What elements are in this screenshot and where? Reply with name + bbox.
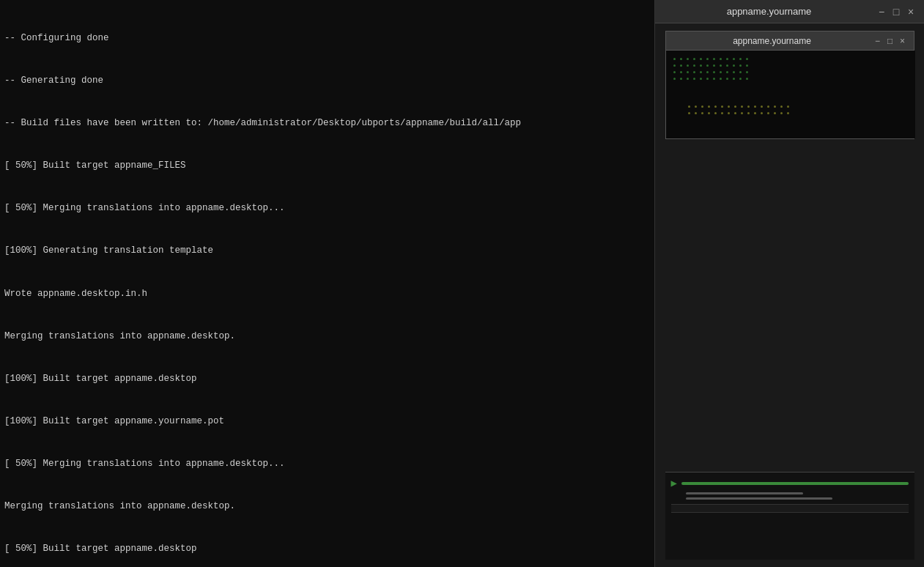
dotted-grid-bg	[666, 51, 915, 138]
progress-bar-2	[686, 492, 803, 494]
window-title: appname.yourname	[662, 6, 876, 17]
right-panel: appname.yourname − □ × appname.yourname …	[654, 0, 924, 567]
term-line: [ 50%] Built target appname_FILES	[4, 159, 650, 173]
term-line: [100%] Built target appname.desktop	[4, 372, 650, 386]
phone-screen	[666, 51, 915, 138]
term-line: [ 50%] Built target appname.desktop	[4, 542, 650, 556]
window-controls-right[interactable]: − □ ×	[876, 6, 917, 18]
mini-terminal: ▶	[665, 472, 914, 560]
progress-bar-3	[686, 497, 832, 500]
inner-window: appname.yourname − □ ×	[665, 31, 914, 139]
term-line: [100%] Generating translation template	[4, 244, 650, 258]
window-titlebar: appname.yourname − □ ×	[655, 0, 924, 23]
inner-close-button[interactable]: ×	[898, 36, 908, 46]
dots-pattern-bottom	[688, 105, 791, 116]
terminal-output: -- Configuring done -- Generating done -…	[0, 0, 654, 567]
inner-maximize-button[interactable]: □	[885, 36, 895, 46]
term-line: -- Configuring done	[4, 32, 650, 45]
mini-term-prompt-row: ▶	[671, 475, 909, 491]
minimize-button[interactable]: −	[876, 6, 887, 18]
term-line: [ 50%] Merging translations into appname…	[4, 201, 650, 215]
phone-preview-area: appname.yourname − □ ×	[655, 23, 924, 567]
term-line: -- Build files have been written to: /ho…	[4, 116, 650, 130]
term-line: Merging translations into appname.deskto…	[4, 330, 650, 344]
mini-terminal-separator	[671, 504, 909, 513]
term-line: -- Generating done	[4, 74, 650, 88]
inner-controls-right[interactable]: − □ ×	[873, 36, 908, 46]
maximize-button[interactable]: □	[890, 6, 902, 18]
term-line: [100%] Built target appname.yourname.pot	[4, 415, 650, 429]
inner-titlebar: appname.yourname − □ ×	[666, 32, 914, 51]
progress-bar-1	[681, 482, 909, 485]
inner-window-title: appname.yourname	[672, 36, 873, 46]
mini-term-bar-row-3	[686, 496, 909, 501]
terminal-panel[interactable]: -- Configuring done -- Generating done -…	[0, 0, 654, 567]
prompt-arrow-icon: ▶	[671, 477, 677, 489]
mini-term-bar-row-2	[686, 491, 909, 496]
term-line: Merging translations into appname.deskto…	[4, 500, 650, 514]
dots-pattern-top	[673, 58, 750, 82]
inner-minimize-button[interactable]: −	[873, 36, 883, 46]
close-button[interactable]: ×	[905, 6, 917, 18]
term-line: [ 50%] Merging translations into appname…	[4, 457, 650, 471]
term-line: Wrote appname.desktop.in.h	[4, 287, 650, 301]
